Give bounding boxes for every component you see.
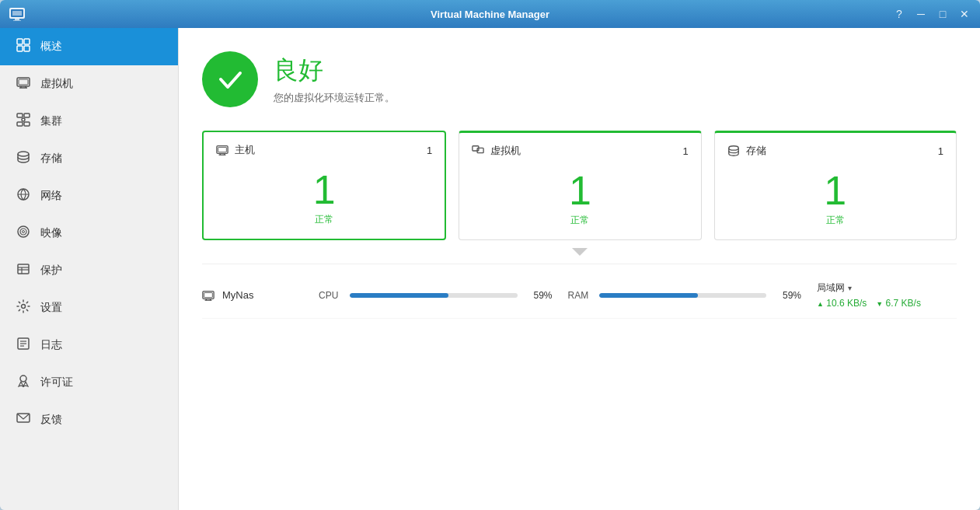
sidebar-label-storage: 存储 [40, 152, 62, 166]
sidebar-label-network: 网络 [40, 189, 62, 203]
svg-rect-15 [24, 114, 30, 117]
sidebar-label-vm: 虚拟机 [40, 77, 73, 91]
host-name-cell: MyNas [202, 289, 303, 302]
host-row-icon [202, 289, 214, 302]
sidebar-label-license: 许可证 [40, 376, 73, 389]
app-logo [8, 5, 26, 23]
vm-count: 1 [682, 145, 688, 157]
sidebar-item-network[interactable]: 网络 [0, 177, 178, 215]
license-icon [16, 374, 31, 391]
host-card[interactable]: 主机 1 1 正常 [202, 131, 446, 240]
logs-icon [16, 337, 31, 354]
sidebar-label-feedback: 反馈 [40, 413, 62, 427]
cards-row: 主机 1 1 正常 虚拟机 [202, 131, 957, 240]
svg-point-20 [18, 226, 29, 237]
host-name: MyNas [222, 289, 253, 301]
status-description: 您的虚拟化环境运转正常。 [274, 91, 395, 105]
sidebar-label-logs: 日志 [40, 338, 62, 352]
svg-point-19 [18, 152, 29, 156]
sidebar-item-feedback[interactable]: 反馈 [0, 401, 178, 438]
sidebar-item-protection[interactable]: 保护 [0, 252, 178, 289]
svg-rect-43 [204, 292, 213, 297]
svg-rect-3 [15, 19, 19, 20]
network-download: 6.7 KB/s [876, 298, 921, 309]
sidebar-item-overview[interactable]: 概述 [0, 28, 178, 65]
storage-card-header: 存储 1 [727, 144, 943, 158]
svg-point-32 [20, 376, 26, 382]
ram-progress-bar [599, 293, 767, 298]
storage-card[interactable]: 存储 1 1 正常 [714, 131, 957, 240]
sidebar-label-overview: 概述 [40, 40, 62, 54]
sidebar-item-storage[interactable]: 存储 [0, 140, 178, 177]
feedback-icon [16, 411, 31, 428]
svg-rect-5 [17, 39, 23, 44]
network-icon [16, 187, 31, 204]
cpu-percent: 59% [525, 290, 553, 301]
maximize-button[interactable]: □ [935, 6, 950, 22]
svg-rect-6 [24, 39, 30, 44]
protection-icon [16, 262, 31, 279]
divider-area [202, 248, 957, 256]
svg-point-18 [22, 118, 25, 121]
vm-number: 1 [472, 170, 688, 211]
vm-card-header: 虚拟机 1 [472, 144, 688, 158]
ram-percent: 59% [774, 290, 801, 301]
network-cell: 局域网 ▾ 10.6 KB/s 6.7 KB/s [817, 281, 957, 309]
sidebar-label-cluster: 集群 [40, 114, 62, 128]
svg-rect-35 [218, 147, 227, 152]
host-status: 正常 [216, 213, 432, 226]
overview-icon [16, 38, 31, 55]
host-count: 1 [427, 145, 432, 156]
status-icon [202, 51, 258, 107]
network-upload: 10.6 KB/s [817, 298, 867, 309]
vm-status: 正常 [472, 214, 688, 227]
sidebar-label-image: 映像 [40, 226, 62, 240]
svg-point-22 [23, 231, 25, 233]
image-icon [16, 225, 31, 242]
storage-card-icon [727, 145, 740, 157]
host-number: 1 [216, 169, 432, 210]
window-controls: ? ─ □ ✕ [891, 6, 972, 22]
host-card-label: 主机 [216, 143, 255, 157]
sidebar-item-logs[interactable]: 日志 [0, 327, 178, 364]
svg-rect-8 [24, 46, 30, 51]
cpu-metric-cell: CPU 59% [319, 290, 553, 301]
help-button[interactable]: ? [891, 6, 907, 22]
main-content: 良好 您的虚拟化环境运转正常。 [179, 28, 980, 510]
vm-card-icon [472, 145, 484, 157]
vm-card[interactable]: 虚拟机 1 1 正常 [459, 131, 701, 240]
sidebar-item-license[interactable]: 许可证 [0, 364, 178, 401]
host-card-header: 主机 1 [216, 143, 432, 157]
cpu-label: CPU [319, 290, 342, 301]
status-header: 良好 您的虚拟化环境运转正常。 [202, 51, 957, 107]
sidebar-label-settings: 设置 [40, 301, 62, 315]
status-text: 良好 您的虚拟化环境运转正常。 [274, 54, 395, 105]
app-window: Virtual Machine Manager ? ─ □ ✕ 概述 [0, 0, 980, 510]
download-arrow-icon [876, 298, 883, 309]
minimize-button[interactable]: ─ [913, 6, 929, 22]
storage-count: 1 [938, 145, 943, 157]
titlebar: Virtual Machine Manager ? ─ □ ✕ [0, 0, 980, 28]
svg-point-21 [20, 229, 26, 235]
close-button[interactable]: ✕ [957, 6, 972, 22]
sidebar-item-vm[interactable]: 虚拟机 [0, 65, 178, 103]
storage-status: 正常 [727, 214, 943, 227]
cpu-progress-bar [350, 293, 518, 298]
storage-number: 1 [727, 170, 943, 211]
svg-rect-14 [17, 114, 23, 117]
svg-rect-16 [17, 122, 23, 126]
status-title: 良好 [274, 54, 395, 88]
svg-rect-10 [19, 79, 28, 85]
ram-progress-fill [599, 293, 698, 298]
sidebar-item-settings[interactable]: 设置 [0, 289, 178, 327]
storage-icon [16, 150, 31, 167]
chevron-down-icon[interactable]: ▾ [848, 284, 852, 292]
cpu-progress-fill [350, 293, 448, 298]
window-title: Virtual Machine Manager [431, 9, 549, 20]
network-speeds: 10.6 KB/s 6.7 KB/s [817, 298, 957, 309]
sidebar-item-image[interactable]: 映像 [0, 215, 178, 252]
vm-icon [16, 75, 31, 93]
svg-rect-17 [24, 122, 30, 126]
sidebar-item-cluster[interactable]: 集群 [0, 103, 178, 140]
network-label: 局域网 ▾ [817, 281, 957, 295]
